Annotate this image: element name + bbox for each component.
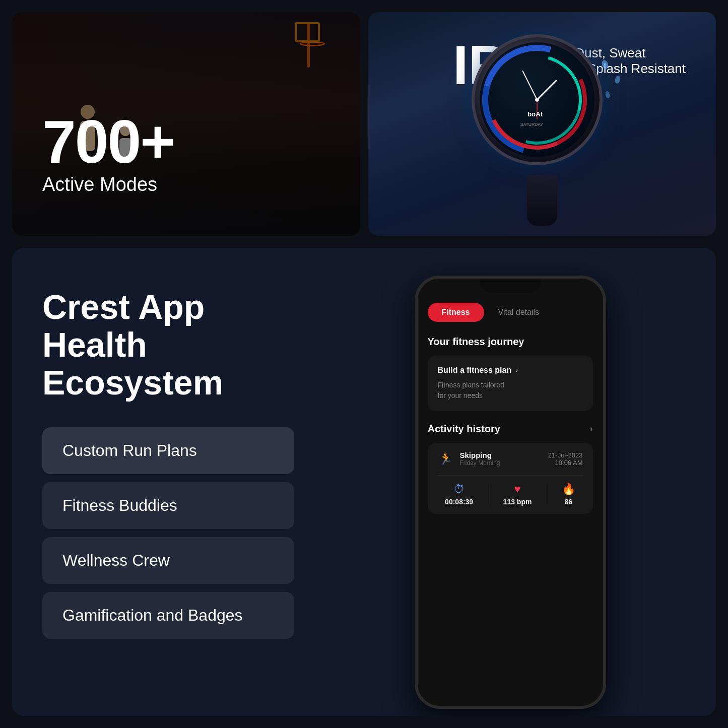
watch-strap-bottom [527,175,557,226]
top-section: 700+ Active Modes IP68 Dust, Sweat & Spl… [0,0,728,242]
stat-duration-value: 00:08:39 [445,498,473,506]
feature-item-fitness-buddies[interactable]: Fitness Buddies [42,482,294,529]
stat-calories: 🔥 86 [562,483,575,506]
phone-mockup: Fitness Vital details Your fitness journ… [415,276,606,709]
left-content: Crest App Health Ecosystem Custom Run Pl… [12,248,324,716]
watch-case: boAt SATURDAY [472,34,603,165]
tab-fitness[interactable]: Fitness [428,303,484,322]
watch-container: boAt SATURDAY [446,34,638,236]
sports-text: 700+ Active Modes [42,111,174,195]
phone-side-btn1 [604,369,606,400]
watch-face: boAt SATURDAY [480,42,594,157]
phone-notch [480,279,541,293]
watch-card: IP68 Dust, Sweat & Splash Resistant [368,12,716,236]
feature-label-1: Fitness Buddies [62,496,177,514]
feature-label-0: Custom Run Plans [62,441,197,459]
activity-section: Activity history › 🏃 Skipping [428,423,593,514]
water-drops-svg [598,54,628,115]
ecosystem-title-line1: Crest App Health [42,288,205,364]
feature-label-2: Wellness Crew [62,551,170,569]
svg-text:SATURDAY: SATURDAY [520,122,544,127]
feature-label-3: Gamification and Badges [62,606,243,624]
fitness-journey-title: Your fitness journey [428,336,593,348]
activity-row1: 🏃 Skipping Friday Morning 21-Jul-2023 [438,451,583,467]
activity-time: 10:06 AM [548,459,583,467]
activity-name-group: Skipping Friday Morning [460,451,500,467]
activity-name: Skipping [460,451,500,459]
activity-item[interactable]: 🏃 Skipping Friday Morning 21-Jul-2023 [428,443,593,514]
stat-divider-2 [547,484,547,504]
phone-side-btn2 [604,410,606,440]
fitness-card-title-row: Build a fitness plan › [438,366,583,375]
activity-stats: ⏱ 00:08:39 ♥ 113 bpm 🔥 [438,475,583,506]
fitness-plan-card[interactable]: Build a fitness plan › Fitness plans tai… [428,356,593,411]
calories-icon: 🔥 [562,483,575,496]
activity-date-group: 21-Jul-2023 10:06 AM [548,451,583,467]
svg-line-0 [537,81,556,100]
svg-point-3 [535,98,539,102]
ecosystem-title: Crest App Health Ecosystem [42,288,294,401]
water-drops [598,54,628,117]
bottom-card: Crest App Health Ecosystem Custom Run Pl… [12,248,716,716]
stat-duration: ⏱ 00:08:39 [445,483,473,506]
chevron-right-icon: › [515,366,518,374]
stat-heartrate: ♥ 113 bpm [503,483,532,506]
activity-sub: Friday Morning [460,459,500,467]
fitness-card-title-text: Build a fitness plan [438,366,512,375]
feature-item-gamification[interactable]: Gamification and Badges [42,592,294,639]
svg-point-8 [605,91,610,98]
ecosystem-title-line2: Ecosystem [42,363,223,402]
stat-heartrate-value: 113 bpm [503,498,532,506]
watch-body: boAt SATURDAY [472,34,613,175]
feature-list: Custom Run Plans Fitness Buddies Wellnes… [42,427,294,639]
activity-type-icon: 🏃 [438,451,454,467]
fitness-card-desc: Fitness plans tailoredfor your needs [438,380,583,401]
activity-left: 🏃 Skipping Friday Morning [438,451,500,467]
tab-vital-details[interactable]: Vital details [488,303,550,322]
stat-calories-value: 86 [565,498,573,506]
bottom-section: Crest App Health Ecosystem Custom Run Pl… [0,242,728,728]
sports-card: 700+ Active Modes [12,12,360,236]
duration-icon: ⏱ [453,483,465,496]
svg-line-1 [522,71,537,100]
activity-title: Activity history [428,423,500,435]
phone-tab-bar: Fitness Vital details [428,303,593,322]
feature-item-custom-run-plans[interactable]: Custom Run Plans [42,427,294,474]
heartrate-icon: ♥ [514,483,520,496]
feature-item-wellness-crew[interactable]: Wellness Crew [42,537,294,584]
activity-arrow-icon[interactable]: › [590,424,593,434]
phone-screen: Fitness Vital details Your fitness journ… [418,279,603,706]
active-modes-number: 700+ [42,111,174,172]
active-modes-label: Active Modes [42,174,174,195]
right-content: Fitness Vital details Your fitness journ… [324,248,716,716]
stat-divider-1 [488,484,488,504]
svg-point-7 [614,75,621,84]
svg-text:boAt: boAt [527,110,543,118]
watch-hands-svg: boAt SATURDAY [480,42,594,157]
svg-point-6 [601,59,609,70]
activity-date: 21-Jul-2023 [548,451,583,459]
activity-header: Activity history › [428,423,593,435]
